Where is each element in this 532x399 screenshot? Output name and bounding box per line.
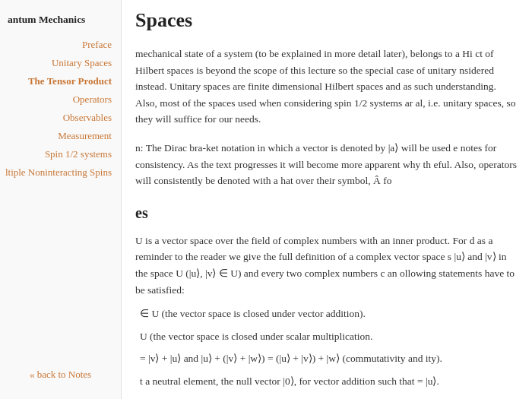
sidebar-nav: Preface Unitary Spaces The Tensor Produc… [0,36,121,181]
list-item-3: t a neutral element, the null vector |0⟩… [135,373,518,390]
main-content: Spaces mechanical state of a system (to … [122,0,532,399]
sidebar-link-noninteracting[interactable]: ltiple Noninteracting Spins [0,164,121,181]
sidebar-link-observables[interactable]: Observables [0,109,121,126]
page-title: Spaces [135,9,518,32]
sidebar: antum Mechanics Preface Unitary Spaces T… [0,0,122,399]
sidebar-link-unitary-spaces[interactable]: Unitary Spaces [0,55,121,71]
section-intro-paragraph: U is a vector space over the field of co… [135,233,518,298]
back-to-notes-link[interactable]: « back to Notes [0,358,121,391]
sidebar-link-measurement[interactable]: Measurement [0,128,121,144]
list-item-1: U (the vector space is closed under scal… [135,328,518,345]
sidebar-title: antum Mechanics [0,8,121,36]
section-title: es [135,204,518,222]
sidebar-link-preface[interactable]: Preface [0,36,121,53]
list-item-0: ∈ U (the vector space is closed under ve… [135,306,518,322]
intro-paragraph: mechanical state of a system (to be expl… [135,46,518,128]
sidebar-link-tensor-product[interactable]: The Tensor Product [0,73,121,90]
sidebar-link-spin[interactable]: Spin 1/2 systems [0,146,121,163]
notation-paragraph: n: The Dirac bra-ket notation in which a… [135,140,518,189]
list-item-2: = |v⟩ + |u⟩ and |u⟩ + (|v⟩ + |w⟩) = (|u⟩… [135,350,518,367]
list-item-4: t an additive inverse, −|u⟩ such that |u… [135,396,518,400]
sidebar-link-operators[interactable]: Operators [0,91,121,108]
